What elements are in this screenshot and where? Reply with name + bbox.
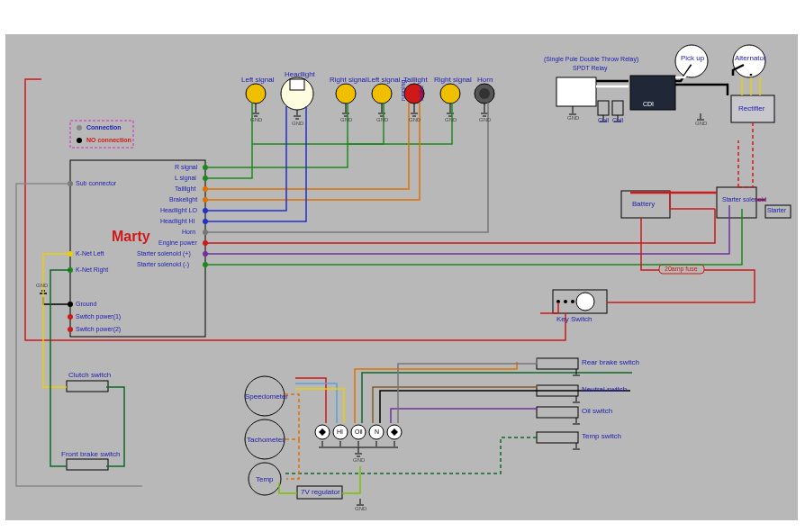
front-brake-switch xyxy=(67,459,108,470)
label-regulator: 7V regulator xyxy=(301,488,340,496)
legend-conn: Connection xyxy=(86,124,122,131)
coil-2 xyxy=(612,101,623,115)
label-right-signal-r: Right signal xyxy=(434,76,472,84)
label-cdi: CDI xyxy=(643,101,654,107)
gnd-2: GND xyxy=(292,121,303,126)
label-fuse: 20amp fuse xyxy=(665,266,698,272)
pin-head-hi: Headlight HI xyxy=(160,218,195,224)
gnd-3: GND xyxy=(340,117,352,122)
svg-point-17 xyxy=(77,138,82,143)
label-coil-2: Coil xyxy=(612,117,623,123)
label-battery: Battery xyxy=(632,200,655,208)
label-right-signal-f: Right signal xyxy=(330,76,367,84)
title: Marty xyxy=(112,229,150,245)
label-rectifier: Rectifier xyxy=(738,104,764,113)
label-pickup: Pick up xyxy=(681,54,704,62)
gnd-ind: GND xyxy=(353,457,365,463)
coil-1 xyxy=(598,101,609,115)
pin-sub-connector: Sub connector xyxy=(76,180,116,186)
gnd-7: GND xyxy=(479,117,491,122)
relay-box xyxy=(556,77,596,106)
gnd-reg: GND xyxy=(355,506,366,511)
ind-n: N xyxy=(375,428,379,435)
ind-oil: Oil xyxy=(355,428,363,435)
pin-l-signal: L signal xyxy=(175,175,196,181)
svg-point-15 xyxy=(68,327,73,332)
svg-point-22 xyxy=(571,300,574,303)
gnd-relay: GND xyxy=(567,115,579,121)
label-starter-sol: Starter solenoid xyxy=(722,196,766,203)
label-taillight: Taillight xyxy=(403,76,428,84)
temp-switch xyxy=(537,432,578,443)
label-left-signal-f: Left signal xyxy=(241,76,274,84)
left-signal-front-icon xyxy=(246,84,266,104)
left-signal-rear-icon xyxy=(372,84,392,104)
label-temp-switch: Temp switch xyxy=(582,432,621,440)
label-front-brake: Front brake switch xyxy=(61,450,120,458)
label-left-signal-r: Left signal xyxy=(367,76,400,84)
pin-taillight: Taillight xyxy=(175,185,195,192)
gnd-4: GND xyxy=(376,117,388,122)
pin-horn: Horn xyxy=(182,229,195,235)
pin-k-left: K-Net Left xyxy=(76,250,104,257)
gnd-cdi: GND xyxy=(695,121,707,126)
label-oil: Oil switch xyxy=(582,407,612,415)
right-signal-rear-icon xyxy=(440,84,460,104)
gnd-6: GND xyxy=(445,117,457,122)
pin-ss-neg: Starter solenoid (-) xyxy=(137,261,189,267)
ind-hi: HI xyxy=(337,428,343,435)
gnd-1: GND xyxy=(250,117,262,122)
pin-ground: Ground xyxy=(76,301,96,307)
label-key: Key Switch xyxy=(556,315,592,323)
label-clutch: Clutch switch xyxy=(68,371,111,379)
label-relay-type: SPDT Relay xyxy=(573,65,607,71)
rear-brake-switch xyxy=(537,358,578,369)
pin-brakelight: Brakelight xyxy=(169,196,197,203)
label-coil-1: Coil xyxy=(598,117,609,123)
pin-sp2: Switch power(2) xyxy=(76,326,121,332)
label-brake: brake xyxy=(418,85,424,101)
label-headlight: Headlight xyxy=(285,70,315,78)
svg-point-14 xyxy=(68,314,73,320)
pin-ss-pos: Starter solenoid (+) xyxy=(137,250,191,257)
legend-noconn: NO connection xyxy=(86,137,131,143)
label-neutral: Neutral switch xyxy=(582,385,627,393)
label-running: running xyxy=(400,80,406,101)
gnd-main: GND xyxy=(36,283,48,288)
pin-k-right: K-Net Right xyxy=(76,266,108,273)
svg-point-21 xyxy=(564,300,567,303)
gnd-5: GND xyxy=(409,117,421,122)
pin-eng-power: Engine power xyxy=(158,239,197,246)
label-alternator: Alternator xyxy=(735,54,766,62)
label-temp-gauge: Temp xyxy=(256,475,274,483)
svg-point-19 xyxy=(479,88,490,99)
right-signal-front-icon xyxy=(336,84,356,104)
label-horn: Horn xyxy=(477,76,493,84)
key-switch-icon xyxy=(576,293,594,311)
svg-rect-18 xyxy=(290,79,304,90)
clutch-switch xyxy=(67,381,108,392)
starter-solenoid-box xyxy=(717,187,756,218)
oil-switch xyxy=(537,407,578,418)
svg-point-16 xyxy=(77,125,82,131)
label-rear-brake: Rear brake switch xyxy=(582,358,639,366)
pin-sp1: Switch power(1) xyxy=(76,313,121,320)
pin-head-lo: Headlight LO xyxy=(160,207,197,213)
label-speedo: Speedometer xyxy=(245,392,288,401)
label-starter: Starter xyxy=(767,207,786,213)
label-relay-note: (Single Pole Double Throw Relay) xyxy=(544,56,638,62)
label-tacho: Tachometer xyxy=(247,436,285,444)
pin-r-signal: R signal xyxy=(175,164,197,170)
